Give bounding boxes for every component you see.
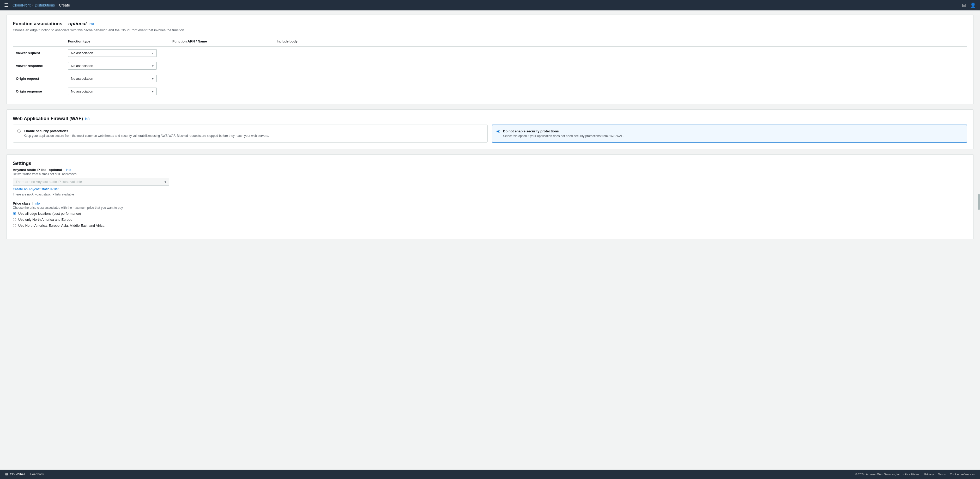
fa-select-1[interactable]: No association	[68, 62, 157, 70]
table-row: Viewer request No association	[13, 47, 967, 60]
list-item[interactable]: Use only North America and Europe	[13, 217, 967, 222]
fa-title-optional: optional	[68, 21, 87, 27]
list-item[interactable]: Use all edge locations (best performance…	[13, 212, 967, 216]
breadcrumb-cloudfront[interactable]: CloudFront	[13, 3, 30, 7]
waf-enable-radio[interactable]	[17, 130, 21, 133]
fa-row-select-1[interactable]: No association	[65, 59, 169, 72]
copyright-text: © 2024, Amazon Web Services, Inc. or its…	[855, 473, 920, 476]
price-class-radio-0[interactable]	[13, 212, 16, 215]
waf-info-link[interactable]: Info	[85, 117, 90, 121]
table-row: Viewer response No association	[13, 59, 967, 72]
anycast-field: Anycast static IP list - optional | Info…	[13, 168, 967, 196]
fa-select-wrapper-1: No association	[68, 62, 157, 70]
bottom-bar-right: © 2024, Amazon Web Services, Inc. or its…	[855, 473, 975, 476]
col-header-empty	[13, 37, 65, 47]
bottom-bar: ⊟ CloudShell Feedback © 2024, Amazon Web…	[0, 469, 980, 479]
col-header-function-arn: Function ARN / Name	[169, 37, 274, 47]
fa-arn-1	[169, 59, 274, 72]
feedback-button[interactable]: Feedback	[30, 473, 44, 476]
fa-select-0[interactable]: No association	[68, 49, 157, 57]
settings-title-text: Settings	[13, 161, 31, 166]
breadcrumb-distributions[interactable]: Distributions	[35, 3, 55, 7]
breadcrumb-sep-2: ›	[56, 3, 57, 7]
waf-section: Web Application Firewall (WAF) Info Enab…	[6, 109, 974, 149]
col-header-include-body: Include body	[274, 37, 967, 47]
fa-row-label-3: Origin response	[13, 85, 65, 98]
price-class-label-text: Price class	[13, 201, 30, 205]
nav-right: ⊞ 👤	[962, 2, 976, 8]
anycast-label-text: Anycast static IP list - optional	[13, 168, 62, 172]
waf-enable-title: Enable security protections	[24, 129, 269, 133]
fa-arn-0	[169, 47, 274, 60]
fa-select-wrapper-2: No association	[68, 75, 157, 82]
no-lists-text: There are no Anycast static IP lists ava…	[13, 193, 74, 196]
scroll-track	[978, 10, 980, 469]
price-class-field: Price class | Info Choose the price clas…	[13, 201, 967, 227]
price-class-radio-group: Use all edge locations (best performance…	[13, 212, 967, 227]
waf-enable-desc: Keep your application secure from the mo…	[24, 134, 269, 138]
list-item[interactable]: Use North America, Europe, Asia, Middle …	[13, 224, 967, 227]
privacy-link[interactable]: Privacy	[924, 473, 934, 476]
cloudshell-icon: ⊟	[5, 473, 8, 476]
price-class-radio-2[interactable]	[13, 224, 16, 227]
cloudshell-label: CloudShell	[10, 473, 25, 476]
fa-row-label-1: Viewer response	[13, 59, 65, 72]
anycast-desc: Deliver traffic from a small set of IP a…	[13, 172, 967, 176]
cloudshell-button[interactable]: ⊟ CloudShell	[5, 473, 25, 476]
fa-select-3[interactable]: No association	[68, 87, 157, 95]
function-associations-title: Function associations – optional Info	[13, 21, 967, 27]
terms-link[interactable]: Terms	[938, 473, 946, 476]
fa-row-label-0: Viewer request	[13, 47, 65, 60]
price-class-option-label-2: Use North America, Europe, Asia, Middle …	[18, 224, 104, 227]
grid-icon[interactable]: ⊞	[962, 2, 966, 8]
function-associations-table: Function type Function ARN / Name Includ…	[13, 37, 967, 98]
fa-title-text: Function associations –	[13, 21, 66, 27]
waf-disable-desc: Select this option if your application d…	[503, 134, 624, 138]
breadcrumb-current: Create	[59, 3, 70, 7]
waf-disable-content: Do not enable security protections Selec…	[503, 129, 624, 138]
price-class-option-label-0: Use all edge locations (best performance…	[18, 212, 81, 216]
fa-info-link[interactable]: Info	[89, 22, 94, 26]
breadcrumb: CloudFront › Distributions › Create	[13, 3, 70, 7]
price-class-pipe: |	[32, 201, 33, 205]
fa-body-1	[274, 59, 967, 72]
top-nav: ☰ CloudFront › Distributions › Create ⊞ …	[0, 0, 980, 10]
table-row: Origin request No association	[13, 72, 967, 85]
fa-arn-2	[169, 72, 274, 85]
create-anycast-link[interactable]: Create an Anycast static IP list	[13, 187, 59, 191]
waf-enable-option[interactable]: Enable security protections Keep your ap…	[13, 125, 488, 143]
nav-left: ☰ CloudFront › Distributions › Create	[4, 2, 70, 8]
fa-body-3	[274, 85, 967, 98]
fa-row-select-2[interactable]: No association	[65, 72, 169, 85]
waf-disable-radio[interactable]	[496, 130, 500, 133]
waf-disable-option[interactable]: Do not enable security protections Selec…	[492, 125, 967, 143]
waf-title: Web Application Firewall (WAF) Info	[13, 116, 967, 121]
fa-select-wrapper-0: No association	[68, 49, 157, 57]
fa-row-select-0[interactable]: No association	[65, 47, 169, 60]
anycast-select-wrapper: There are no Anycast static IP lists ava…	[13, 178, 169, 186]
price-class-info-link[interactable]: Info	[34, 202, 40, 205]
table-row: Origin response No association	[13, 85, 967, 98]
anycast-pipe: |	[64, 168, 64, 172]
cookie-link[interactable]: Cookie preferences	[950, 473, 975, 476]
waf-options: Enable security protections Keep your ap…	[13, 125, 967, 143]
fa-select-2[interactable]: No association	[68, 75, 157, 82]
waf-disable-title: Do not enable security protections	[503, 129, 624, 133]
scroll-thumb[interactable]	[978, 194, 980, 210]
price-class-desc: Choose the price class associated with t…	[13, 206, 967, 209]
fa-body-2	[274, 72, 967, 85]
price-class-radio-1[interactable]	[13, 218, 16, 221]
user-icon[interactable]: 👤	[970, 2, 976, 8]
anycast-label: Anycast static IP list - optional | Info	[13, 168, 967, 172]
waf-enable-content: Enable security protections Keep your ap…	[24, 129, 269, 138]
function-associations-section: Function associations – optional Info Ch…	[6, 14, 974, 104]
fa-arn-3	[169, 85, 274, 98]
hamburger-icon[interactable]: ☰	[4, 2, 8, 8]
settings-section: Settings Anycast static IP list - option…	[6, 154, 974, 239]
fa-row-select-3[interactable]: No association	[65, 85, 169, 98]
anycast-select: There are no Anycast static IP lists ava…	[13, 178, 169, 186]
fa-description: Choose an edge function to associate wit…	[13, 28, 967, 32]
anycast-info-link[interactable]: Info	[66, 168, 71, 172]
col-header-function-type: Function type	[65, 37, 169, 47]
main-content: Function associations – optional Info Ch…	[0, 10, 980, 469]
